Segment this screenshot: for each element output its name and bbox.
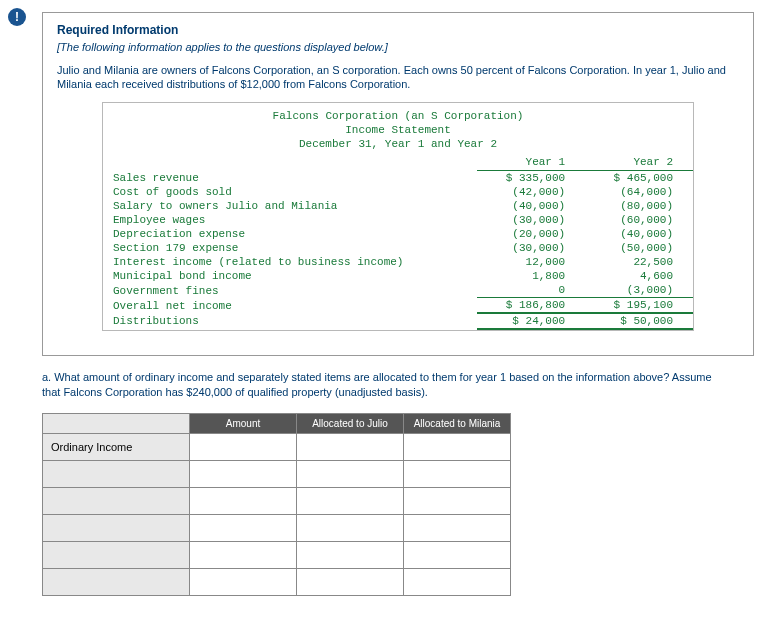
row-y2: (3,000) xyxy=(585,283,693,298)
question-a-text: a. What amount of ordinary income and se… xyxy=(42,370,724,399)
row-y2: (80,000) xyxy=(585,199,693,213)
input-cell[interactable] xyxy=(297,515,404,542)
answer-grid: Amount Allocated to Julio Allocated to M… xyxy=(42,413,511,596)
statement-header: Falcons Corporation (an S Corporation) I… xyxy=(103,103,693,156)
row-y1: (40,000) xyxy=(477,199,585,213)
statement-table: Year 1 Year 2 Sales revenue$ 335,000$ 46… xyxy=(103,155,693,330)
question-panel: Required Information [The following info… xyxy=(42,12,754,356)
row-y2: (60,000) xyxy=(585,213,693,227)
row-y2: 4,600 xyxy=(585,269,693,283)
alert-icon: ! xyxy=(8,8,26,26)
row-label: Cost of goods sold xyxy=(103,185,477,199)
row-y1: (30,000) xyxy=(477,213,585,227)
row-label: Depreciation expense xyxy=(103,227,477,241)
row-label: Government fines xyxy=(103,283,477,298)
row-label-empty[interactable] xyxy=(43,461,190,488)
input-cell[interactable] xyxy=(297,569,404,596)
col-amount: Amount xyxy=(190,414,297,434)
row-label: Interest income (related to business inc… xyxy=(103,255,477,269)
row-y1: (42,000) xyxy=(477,185,585,199)
input-cell[interactable] xyxy=(190,488,297,515)
input-cell[interactable] xyxy=(404,434,511,461)
input-cell[interactable] xyxy=(404,542,511,569)
row-label-empty[interactable] xyxy=(43,488,190,515)
stmt-title-1: Falcons Corporation (an S Corporation) xyxy=(103,109,693,123)
row-y2: (64,000) xyxy=(585,185,693,199)
row-y1: 1,800 xyxy=(477,269,585,283)
row-y2: (50,000) xyxy=(585,241,693,255)
col-julio: Allocated to Julio xyxy=(297,414,404,434)
row-y1: 0 xyxy=(477,283,585,298)
income-statement: Falcons Corporation (an S Corporation) I… xyxy=(102,102,694,332)
input-cell[interactable] xyxy=(190,542,297,569)
narrative-text: Julio and Milania are owners of Falcons … xyxy=(57,63,739,92)
row-y1: 12,000 xyxy=(477,255,585,269)
net-income-label: Overall net income xyxy=(103,298,477,314)
input-cell[interactable] xyxy=(297,542,404,569)
input-cell[interactable] xyxy=(297,434,404,461)
row-y1: (20,000) xyxy=(477,227,585,241)
row-y2: 22,500 xyxy=(585,255,693,269)
row-label: Employee wages xyxy=(103,213,477,227)
col-year1: Year 1 xyxy=(477,155,585,171)
input-cell[interactable] xyxy=(190,515,297,542)
input-cell[interactable] xyxy=(297,488,404,515)
stmt-title-3: December 31, Year 1 and Year 2 xyxy=(103,137,693,151)
col-milania: Allocated to Milania xyxy=(404,414,511,434)
row-y1: $ 335,000 xyxy=(477,171,585,186)
row-label-empty[interactable] xyxy=(43,542,190,569)
dist-y1: $ 24,000 xyxy=(477,313,585,329)
col-year2: Year 2 xyxy=(585,155,693,171)
row-label: Sales revenue xyxy=(103,171,477,186)
row-label-empty[interactable] xyxy=(43,515,190,542)
row-label: Salary to owners Julio and Milania xyxy=(103,199,477,213)
applies-note: [The following information applies to th… xyxy=(57,41,739,53)
row-y1: (30,000) xyxy=(477,241,585,255)
distributions-label: Distributions xyxy=(103,313,477,329)
row-label-empty[interactable] xyxy=(43,569,190,596)
input-cell[interactable] xyxy=(404,488,511,515)
input-cell[interactable] xyxy=(404,569,511,596)
input-cell[interactable] xyxy=(404,461,511,488)
row-y2: $ 465,000 xyxy=(585,171,693,186)
dist-y2: $ 50,000 xyxy=(585,313,693,329)
row-ordinary-income: Ordinary Income xyxy=(43,434,190,461)
row-label: Municipal bond income xyxy=(103,269,477,283)
stmt-title-2: Income Statement xyxy=(103,123,693,137)
input-cell[interactable] xyxy=(190,569,297,596)
row-label: Section 179 expense xyxy=(103,241,477,255)
input-cell[interactable] xyxy=(190,434,297,461)
input-cell[interactable] xyxy=(190,461,297,488)
required-heading: Required Information xyxy=(57,23,739,37)
row-y2: (40,000) xyxy=(585,227,693,241)
net-y2: $ 195,100 xyxy=(585,298,693,314)
net-y1: $ 186,800 xyxy=(477,298,585,314)
input-cell[interactable] xyxy=(404,515,511,542)
input-cell[interactable] xyxy=(297,461,404,488)
